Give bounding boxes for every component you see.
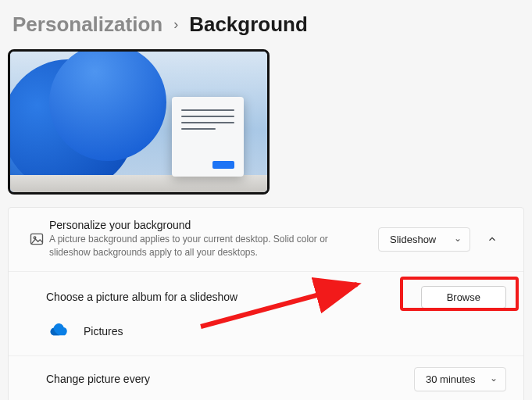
row-change-interval: Change picture every 30 minutes ⌄ (9, 356, 523, 400)
breadcrumb-parent[interactable]: Personalization (12, 12, 162, 37)
chevron-down-icon: ⌄ (454, 233, 462, 244)
row-personalize-background: Personalize your background A picture ba… (9, 208, 523, 272)
background-type-value: Slideshow (390, 234, 436, 245)
picture-icon (24, 231, 49, 247)
interval-select[interactable]: 30 minutes ⌄ (414, 367, 506, 391)
album-folder-name: Pictures (84, 325, 123, 338)
chevron-right-icon: › (173, 16, 178, 33)
personalize-description: A picture background applies to your cur… (49, 231, 346, 260)
expand-toggle[interactable] (478, 225, 506, 253)
interval-value: 30 minutes (426, 373, 476, 385)
breadcrumb: Personalization › Background (8, 9, 524, 49)
settings-panel: Personalize your background A picture ba… (8, 207, 524, 400)
browse-button[interactable]: Browse (421, 286, 506, 309)
desktop-preview (8, 49, 270, 195)
page-title: Background (189, 12, 308, 37)
personalize-title: Personalize your background (49, 219, 378, 231)
chevron-down-icon: ⌄ (490, 373, 498, 384)
row-choose-album: Choose a picture album for a slideshow B… (9, 272, 523, 356)
cloud-icon (49, 323, 70, 340)
choose-album-title: Choose a picture album for a slideshow (46, 291, 237, 303)
background-type-select[interactable]: Slideshow ⌄ (378, 227, 470, 252)
change-interval-title: Change picture every (46, 373, 414, 385)
